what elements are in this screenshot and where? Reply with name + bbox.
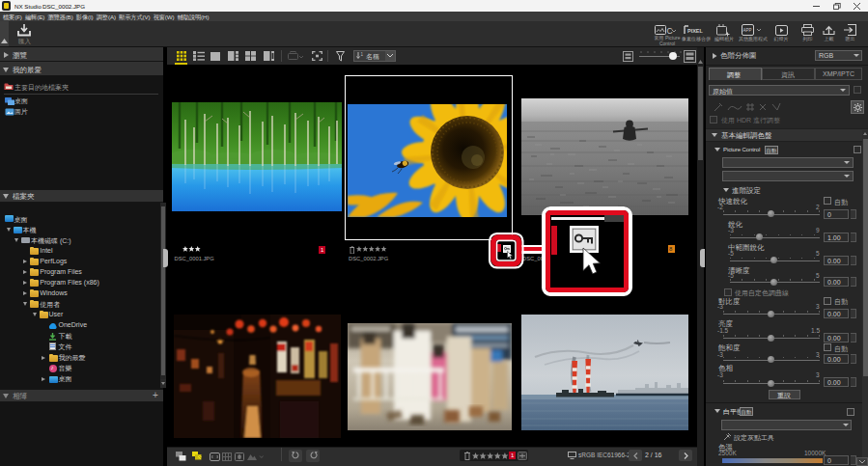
svg-text:C: C xyxy=(667,26,673,36)
svg-text:PIXEL: PIXEL xyxy=(687,28,704,34)
svg-text:APP: APP xyxy=(743,28,752,33)
svg-text:1: 1 xyxy=(361,52,364,57)
